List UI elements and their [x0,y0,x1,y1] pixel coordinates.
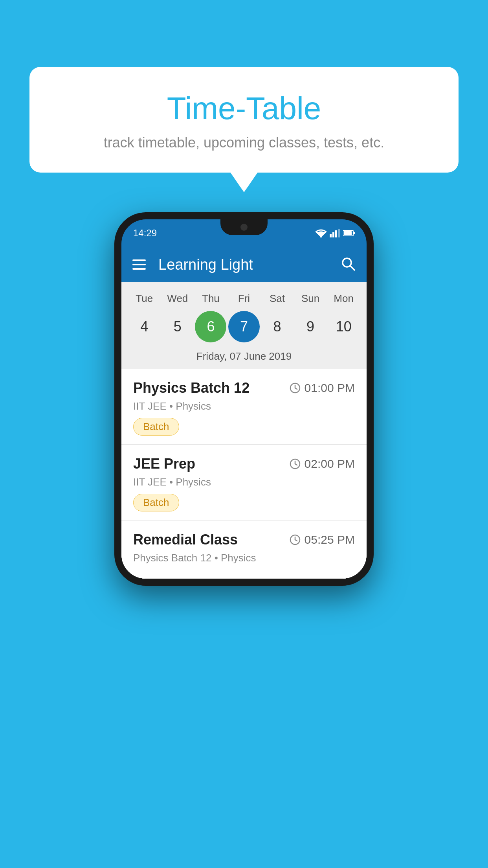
day-number-4[interactable]: 4 [128,311,160,342]
svg-rect-6 [338,229,340,237]
day-header-label: Tue [128,292,160,305]
phone-screen: Learning Light TueWedThuFriSatSunMon 456… [121,247,367,579]
status-icons [316,229,355,237]
schedule-list: Physics Batch 12 01:00 PM IIT JEE • Phys… [121,369,367,579]
schedule-item-header: JEE Prep 02:00 PM [133,456,355,472]
status-bar: 14:29 [121,219,367,247]
day-number-7[interactable]: 7 [228,311,260,342]
signal-icon [330,229,340,237]
batch-badge: Batch [133,494,179,511]
phone-outer: 14:29 [114,212,374,586]
schedule-item-name: Physics Batch 12 [133,380,250,396]
svg-line-17 [295,464,297,465]
schedule-item-time: 02:00 PM [290,457,355,471]
day-header-label: Fri [228,292,260,305]
tooltip-subtitle: track timetable, upcoming classes, tests… [49,134,439,151]
svg-rect-4 [332,232,334,237]
day-number-9[interactable]: 9 [295,311,326,342]
selected-date-label: Friday, 07 June 2019 [121,347,367,369]
day-header-label: Sun [295,292,326,305]
day-numbers: 45678910 [121,308,367,347]
svg-rect-5 [335,230,337,237]
schedule-item[interactable]: Physics Batch 12 01:00 PM IIT JEE • Phys… [121,369,367,445]
wifi-icon [316,229,327,237]
battery-icon [343,230,355,237]
day-header-label: Wed [162,292,193,305]
notch [220,219,268,235]
day-headers: TueWedThuFriSatSunMon [121,289,367,308]
day-number-5[interactable]: 5 [162,311,193,342]
schedule-item-header: Remedial Class 05:25 PM [133,531,355,548]
schedule-item-sub: IIT JEE • Physics [133,400,355,412]
search-icon[interactable] [341,256,356,273]
schedule-item-name: Remedial Class [133,531,238,548]
schedule-item[interactable]: JEE Prep 02:00 PM IIT JEE • Physics Batc… [121,445,367,520]
tooltip-card: Time-Table track timetable, upcoming cla… [29,67,459,173]
schedule-item-time: 05:25 PM [290,533,355,546]
day-header-label: Thu [195,292,226,305]
svg-line-14 [295,388,297,389]
day-number-8[interactable]: 8 [262,311,293,342]
hamburger-icon[interactable] [132,259,146,270]
day-header-label: Mon [328,292,360,305]
app-bar-title: Learning Light [158,256,331,273]
phone-mockup: 14:29 [114,212,374,586]
clock-icon [290,383,301,394]
schedule-item[interactable]: Remedial Class 05:25 PM Physics Batch 12… [121,520,367,579]
batch-badge: Batch [133,418,179,436]
calendar-section: TueWedThuFriSatSunMon 45678910 Friday, 0… [121,282,367,369]
day-header-label: Sat [262,292,293,305]
schedule-item-header: Physics Batch 12 01:00 PM [133,380,355,396]
app-bar: Learning Light [121,247,367,282]
clock-icon [290,458,301,469]
schedule-item-sub: Physics Batch 12 • Physics [133,552,355,564]
svg-line-11 [350,266,354,270]
svg-rect-3 [330,234,332,237]
svg-rect-9 [344,231,352,235]
svg-rect-8 [353,232,355,234]
day-number-10[interactable]: 10 [328,311,360,342]
day-number-6[interactable]: 6 [195,311,226,342]
camera [240,224,248,231]
svg-line-20 [295,540,297,541]
clock-icon [290,534,301,545]
schedule-item-name: JEE Prep [133,456,195,472]
schedule-item-time: 01:00 PM [290,381,355,395]
tooltip-title: Time-Table [49,90,439,127]
schedule-item-sub: IIT JEE • Physics [133,476,355,488]
status-time: 14:29 [133,228,157,239]
